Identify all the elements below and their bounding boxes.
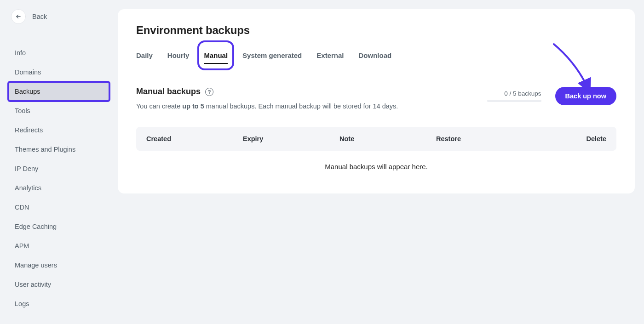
sidebar-item-domains[interactable]: Domains	[8, 63, 109, 82]
back-up-now-button[interactable]: Back up now	[555, 87, 616, 105]
back-label: Back	[32, 13, 47, 20]
column-delete: Delete	[533, 135, 606, 142]
sidebar-nav: Info Domains Backups Tools Redirects The…	[8, 43, 109, 313]
column-note: Note	[339, 135, 436, 142]
sidebar-item-manage-users[interactable]: Manage users	[8, 256, 109, 275]
page-title: Environment backups	[136, 24, 616, 37]
back-button[interactable]	[11, 9, 26, 24]
column-restore: Restore	[436, 135, 533, 142]
content-card: Environment backups Daily Hourly Manual …	[118, 9, 635, 193]
sidebar-item-themes-plugins[interactable]: Themes and Plugins	[8, 140, 109, 159]
tab-system-generated[interactable]: System generated	[242, 47, 302, 64]
table-header: Created Expiry Note Restore Delete	[136, 127, 616, 151]
usage-text: 0 / 5 backups	[504, 90, 541, 97]
usage-bar	[487, 100, 541, 102]
help-icon[interactable]: ?	[205, 88, 213, 96]
sidebar-item-ip-deny[interactable]: IP Deny	[8, 159, 109, 178]
arrow-left-icon	[15, 13, 22, 20]
manual-description: You can create up to 5 manual backups. E…	[136, 101, 398, 111]
sidebar-item-backups[interactable]: Backups	[8, 82, 109, 101]
sidebar-item-user-activity[interactable]: User activity	[8, 275, 109, 294]
sidebar-item-redirects[interactable]: Redirects	[8, 120, 109, 140]
back-row: Back	[11, 9, 109, 24]
tab-manual[interactable]: Manual	[204, 47, 228, 64]
tab-daily[interactable]: Daily	[136, 47, 153, 64]
sidebar-item-analytics[interactable]: Analytics	[8, 178, 109, 198]
manual-section-header: Manual backups ? You can create up to 5 …	[136, 87, 616, 111]
tabs: Daily Hourly Manual System generated Ext…	[136, 47, 616, 64]
column-created: Created	[146, 135, 243, 142]
tab-hourly[interactable]: Hourly	[167, 47, 190, 64]
sidebar-item-apm[interactable]: APM	[8, 236, 109, 256]
manual-title: Manual backups	[136, 87, 201, 97]
sidebar-item-cdn[interactable]: CDN	[8, 198, 109, 217]
sidebar-item-tools[interactable]: Tools	[8, 101, 109, 120]
column-expiry: Expiry	[243, 135, 339, 142]
sidebar: Back Info Domains Backups Tools Redirect…	[0, 0, 118, 324]
sidebar-item-logs[interactable]: Logs	[8, 294, 109, 313]
sidebar-item-info[interactable]: Info	[8, 43, 109, 63]
main: Environment backups Daily Hourly Manual …	[118, 0, 644, 324]
empty-state: Manual backups will appear here.	[136, 151, 616, 175]
tab-external[interactable]: External	[316, 47, 344, 64]
sidebar-item-edge-caching[interactable]: Edge Caching	[8, 217, 109, 236]
tab-download[interactable]: Download	[359, 47, 392, 64]
backup-usage: 0 / 5 backups	[487, 90, 541, 102]
